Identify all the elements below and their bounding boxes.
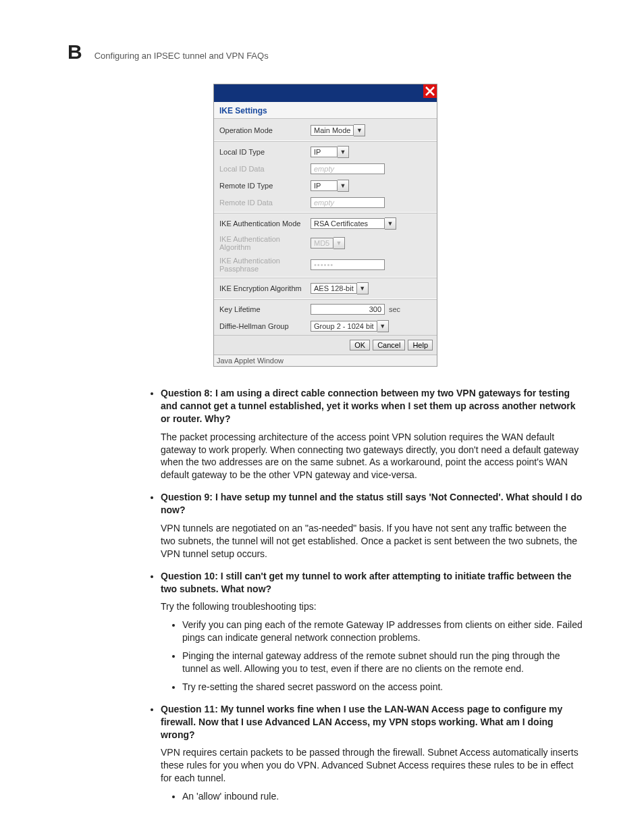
operation-mode-select[interactable]: Main Mode ▼ (311, 124, 365, 136)
faq-a11: VPN requires certain packets to be passe… (161, 746, 583, 785)
ike-auth-pass-input: •••••• (311, 259, 385, 270)
remote-id-type-value: IP (311, 180, 338, 191)
section-prefix: B (68, 41, 82, 63)
faq-q11-tip1: An 'allow' inbound rule. (182, 790, 583, 803)
faq-q10: Question 10: I still can't get my tunnel… (161, 570, 583, 596)
dh-group-select[interactable]: Group 2 - 1024 bit ▼ (311, 320, 389, 332)
dialog-heading: IKE Settings (214, 102, 437, 119)
ok-button[interactable]: OK (350, 340, 370, 350)
ike-auth-pass-label: IKE Authentication Passphrase (219, 257, 311, 273)
close-icon[interactable] (423, 84, 437, 98)
chevron-down-icon: ▼ (338, 146, 349, 158)
faq-q10-tip2: Pinging the internal gateway address of … (182, 650, 583, 675)
help-button[interactable]: Help (408, 340, 433, 350)
dh-group-label: Diffie-Hellman Group (219, 322, 311, 330)
faq-q9: Question 9: I have setup my tunnel and t… (161, 491, 583, 517)
ike-auth-mode-label: IKE Authentication Mode (219, 219, 311, 228)
chevron-down-icon: ▼ (354, 124, 365, 136)
faq-item-10: Question 10: I still can't get my tunnel… (161, 570, 583, 694)
ike-auth-mode-select[interactable]: RSA Certificates ▼ (311, 217, 396, 230)
chevron-down-icon: ▼ (385, 217, 396, 230)
dialog-titlebar (214, 84, 437, 102)
faq-a9: VPN tunnels are negotiated on an "as-nee… (161, 522, 583, 561)
ike-auth-mode-value: RSA Certificates (311, 218, 385, 229)
remote-id-type-select[interactable]: IP ▼ (311, 180, 349, 192)
applet-window-label: Java Applet Window (214, 355, 437, 366)
dh-group-value: Group 2 - 1024 bit (311, 321, 377, 332)
ike-auth-algo-select: MD5 ▼ (311, 237, 345, 249)
cancel-button[interactable]: Cancel (373, 340, 405, 350)
ike-settings-dialog: IKE Settings Operation Mode Main Mode ▼ … (213, 84, 437, 367)
faq-q11: Question 11: My tunnel works fine when I… (161, 703, 583, 741)
chevron-down-icon: ▼ (357, 282, 369, 294)
chevron-down-icon: ▼ (338, 180, 349, 192)
remote-id-type-label: Remote ID Type (219, 182, 311, 190)
local-id-data-input[interactable]: empty (311, 163, 385, 174)
ike-enc-algo-select[interactable]: AES 128-bit ▼ (311, 282, 369, 294)
ike-auth-algo-value: MD5 (311, 238, 333, 249)
ike-enc-algo-value: AES 128-bit (311, 283, 357, 294)
key-lifetime-label: Key Lifetime (219, 305, 311, 313)
ike-auth-algo-label: IKE Authentication Algorithm (219, 235, 311, 251)
operation-mode-value: Main Mode (311, 125, 354, 136)
faq-body: Question 8: I am using a direct cable co… (149, 387, 583, 803)
faq-q8: Question 8: I am using a direct cable co… (161, 387, 583, 425)
faq-item-11: Question 11: My tunnel works fine when I… (161, 703, 583, 803)
key-lifetime-unit: sec (389, 305, 400, 313)
faq-q10-tip3: Try re-setting the shared secret passwor… (182, 681, 583, 694)
section-title: Configuring an IPSEC tunnel and VPN FAQs (95, 51, 269, 61)
faq-item-9: Question 9: I have setup my tunnel and t… (161, 491, 583, 560)
chevron-down-icon: ▼ (377, 320, 389, 332)
faq-item-8: Question 8: I am using a direct cable co… (161, 387, 583, 481)
local-id-type-label: Local ID Type (219, 148, 311, 156)
key-lifetime-input[interactable]: 300 (311, 304, 385, 315)
page-header: B Configuring an IPSEC tunnel and VPN FA… (68, 41, 583, 63)
operation-mode-label: Operation Mode (219, 126, 311, 134)
local-id-data-label: Local ID Data (219, 165, 311, 173)
local-id-type-select[interactable]: IP ▼ (311, 146, 349, 158)
remote-id-data-label: Remote ID Data (219, 199, 311, 207)
ike-enc-algo-label: IKE Encryption Algorithm (219, 284, 311, 292)
faq-a8: The packet processing architecture of th… (161, 431, 583, 482)
remote-id-data-input[interactable]: empty (311, 197, 385, 208)
faq-a10: Try the following troubleshooting tips: (161, 600, 583, 613)
faq-q10-tip1: Verify you can ping each of the remote G… (182, 619, 583, 644)
chevron-down-icon: ▼ (333, 237, 345, 249)
local-id-type-value: IP (311, 147, 338, 157)
